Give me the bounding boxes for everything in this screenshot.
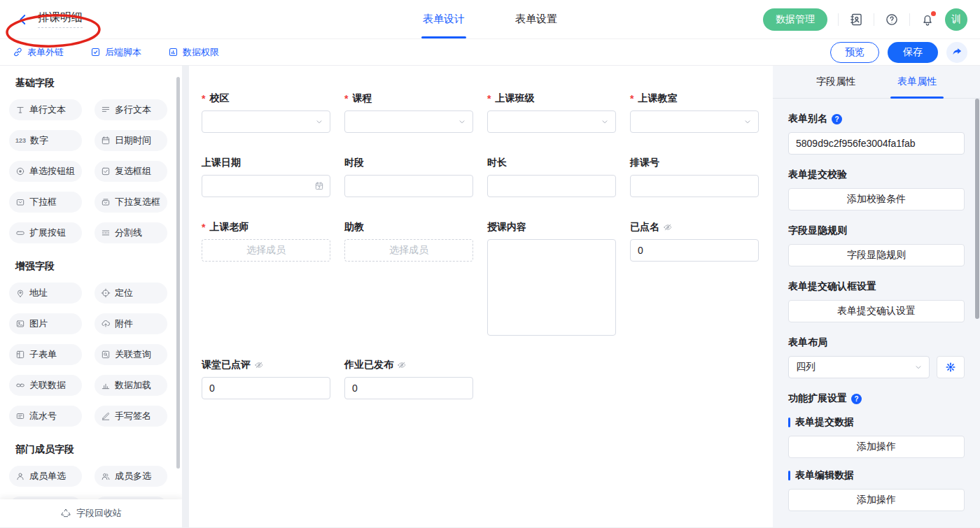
field-type-related-query[interactable]: 关联查询 (94, 344, 167, 365)
enhanced-fields-list: 地址 定位 图片 附件 子表单 关联查询 关联数据 数据加载 流水号 手写签名 (0, 283, 182, 427)
field-type-extend-button[interactable]: 扩展按钮 (9, 222, 82, 243)
field-class[interactable]: *上课班级 (487, 92, 616, 133)
time-slot-input[interactable] (344, 175, 473, 197)
field-type-datetime[interactable]: 日期时间 (94, 130, 167, 151)
related-query-icon (101, 350, 111, 359)
divider-icon (101, 228, 111, 238)
field-campus[interactable]: *校区 (202, 92, 330, 133)
layout-settings-button[interactable] (937, 356, 965, 378)
field-type-serial-number[interactable]: 流水号 (9, 406, 82, 427)
multi-line-text-icon (101, 105, 111, 115)
layout-select[interactable] (788, 356, 930, 378)
field-class-reviewed[interactable]: 课堂已点评 (202, 359, 330, 399)
back-button[interactable] (17, 13, 29, 26)
share-button[interactable] (946, 42, 967, 63)
field-recycle-bin[interactable]: 字段回收站 (0, 499, 182, 527)
field-label: 上课教室 (638, 92, 677, 105)
panel-scrollbar[interactable] (975, 99, 979, 319)
field-teacher[interactable]: *上课老师 选择成员 (202, 221, 330, 262)
field-type-related-data[interactable]: 关联数据 (9, 375, 82, 396)
field-time-slot[interactable]: 时段 (344, 157, 473, 197)
field-type-attachment[interactable]: 附件 (94, 313, 167, 334)
tab-form-design[interactable]: 表单设计 (423, 0, 465, 38)
sidebar-scrollbar[interactable] (176, 77, 180, 469)
class-date-input[interactable] (202, 175, 330, 197)
hidden-eye-icon (663, 222, 673, 232)
field-type-select[interactable]: 下拉框 (9, 192, 82, 213)
field-visibility-button[interactable]: 字段显隐规则 (788, 244, 965, 266)
field-type-radio-group[interactable]: 单选按钮组 (9, 161, 82, 182)
field-assistant[interactable]: 助教 选择成员 (344, 221, 473, 262)
field-type-address[interactable]: 地址 (9, 283, 82, 304)
field-class-date[interactable]: 上课日期 (202, 157, 330, 197)
field-type-number[interactable]: 123数字 (9, 130, 82, 151)
field-label: 助教 (344, 221, 364, 234)
divider (909, 13, 910, 26)
field-classroom[interactable]: *上课教室 (630, 92, 759, 133)
form-alias-input[interactable] (788, 132, 965, 155)
help-circle-icon[interactable] (885, 13, 899, 27)
course-select[interactable] (344, 110, 473, 133)
field-type-multi-line-text[interactable]: 多行文本 (94, 99, 167, 120)
data-manage-button[interactable]: 数据管理 (763, 8, 827, 31)
contact-book-icon[interactable] (849, 13, 863, 27)
data-load-chart-icon (101, 380, 111, 390)
campus-select[interactable] (202, 110, 330, 133)
field-schedule-no[interactable]: 排课号 (630, 157, 759, 197)
tab-field-properties[interactable]: 字段属性 (816, 66, 855, 98)
field-type-divider[interactable]: 分割线 (94, 222, 167, 243)
field-roll-called[interactable]: 已点名 (630, 221, 759, 262)
tab-form-settings[interactable]: 表单设置 (515, 0, 557, 38)
extensions-heading: 功能扩展设置? (788, 392, 965, 405)
field-type-data-load[interactable]: 数据加载 (94, 375, 167, 396)
field-type-multi-select[interactable]: 下拉复选框 (94, 192, 167, 213)
data-permission-link[interactable]: 数据权限 (168, 46, 219, 59)
notification-bell-icon[interactable] (920, 13, 934, 27)
help-icon[interactable]: ? (851, 394, 862, 404)
submit-confirm-heading: 表单提交确认框设置 (788, 280, 965, 293)
field-homework-published[interactable]: 作业已发布 (344, 359, 473, 399)
field-type-checkbox-group[interactable]: 复选框组 (94, 161, 167, 182)
homework-published-input[interactable] (344, 377, 473, 399)
form-external-link[interactable]: 表单外链 (13, 46, 64, 59)
edit-data-add-action-button[interactable]: 添加操作 (788, 489, 965, 511)
assistant-member-picker[interactable]: 选择成员 (344, 239, 473, 262)
classroom-select[interactable] (630, 110, 759, 133)
field-type-subform[interactable]: 子表单 (9, 344, 82, 365)
page-title[interactable]: 排课明细 (38, 10, 83, 28)
save-button[interactable]: 保存 (888, 42, 938, 63)
field-type-image[interactable]: 图片 (9, 313, 82, 334)
preview-button[interactable]: 预览 (830, 42, 879, 63)
serial-number-icon (15, 411, 25, 421)
schedule-no-input[interactable] (630, 175, 759, 197)
field-type-geolocation[interactable]: 定位 (94, 283, 167, 304)
submit-confirm-button[interactable]: 表单提交确认设置 (788, 300, 965, 322)
field-duration[interactable]: 时长 (487, 157, 616, 197)
roll-called-input[interactable] (630, 239, 759, 262)
teacher-member-picker[interactable]: 选择成员 (202, 239, 330, 262)
gear-icon (945, 362, 956, 373)
field-type-signature[interactable]: 手写签名 (94, 406, 167, 427)
backend-script-link[interactable]: 后端脚本 (90, 46, 141, 59)
submit-validation-heading: 表单提交校验 (788, 169, 965, 181)
hidden-eye-icon (254, 360, 264, 370)
field-course[interactable]: *课程 (344, 92, 473, 133)
teaching-content-textarea[interactable] (487, 239, 616, 336)
submit-data-add-action-button[interactable]: 添加操作 (788, 436, 965, 458)
form-layout-heading: 表单布局 (788, 336, 965, 349)
notification-dot (931, 11, 936, 16)
field-type-member-multi[interactable]: 成员多选 (94, 466, 167, 487)
tab-form-properties[interactable]: 表单属性 (897, 66, 937, 98)
help-icon[interactable]: ? (832, 114, 842, 124)
field-teaching-content[interactable]: 授课内容 (487, 221, 616, 338)
avatar[interactable]: 训 (945, 8, 967, 31)
add-validation-button[interactable]: 添加校验条件 (788, 188, 965, 211)
form-row: *上课老师 选择成员 助教 选择成员 授课内容 已点名 (202, 221, 760, 338)
field-type-single-line-text[interactable]: 单行文本 (9, 99, 82, 120)
section-title-member-fields: 部门成员字段 (0, 443, 182, 456)
class-select[interactable] (487, 110, 616, 133)
class-reviewed-input[interactable] (202, 377, 330, 399)
duration-input[interactable] (487, 175, 616, 197)
section-title-enhanced-fields: 增强字段 (0, 260, 182, 273)
field-type-member-single[interactable]: 成员单选 (9, 466, 82, 487)
